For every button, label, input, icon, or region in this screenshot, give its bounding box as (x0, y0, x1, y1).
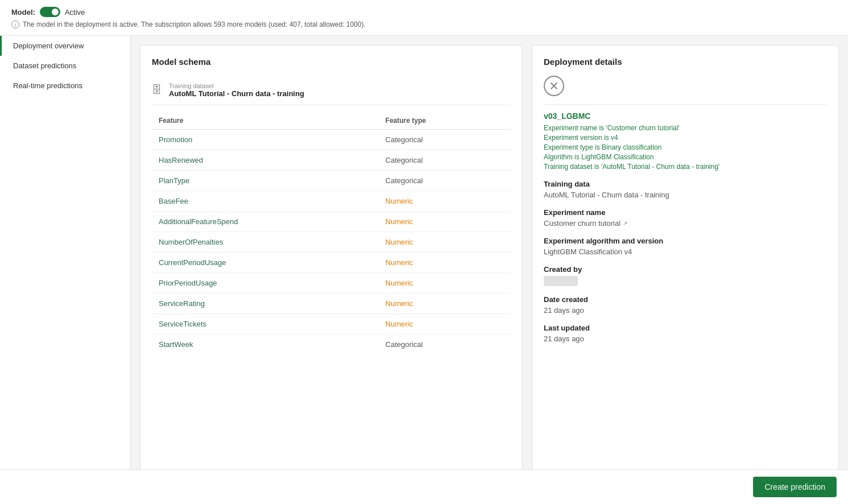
details-card-title: Deployment details (544, 57, 827, 67)
model-toggle[interactable] (40, 7, 60, 17)
feature-name: HasRenewed (152, 150, 379, 171)
detail-info-line: Algorithm is LightGBM Classification (544, 153, 827, 161)
top-bar: Model: Active i The model in the deploym… (0, 0, 848, 36)
detail-section-value: 21 days ago (544, 334, 827, 343)
detail-section-label: Date created (544, 295, 827, 304)
feature-type: Categorical (379, 334, 511, 355)
feature-type: Numeric (379, 232, 511, 253)
external-link-icon: ↗ (623, 220, 627, 226)
footer-bar: Create prediction (0, 469, 848, 494)
sidebar-item-realtime-predictions[interactable]: Real-time predictions (0, 76, 130, 96)
detail-info-line: Training dataset is 'AutoML Tutorial - C… (544, 163, 827, 171)
detail-info-lines: Experiment name is 'Customer churn tutor… (544, 124, 827, 171)
schema-card: Model schema 🗄 Training dataset AutoML T… (140, 45, 523, 485)
feature-name: BaseFee (152, 191, 379, 212)
detail-section-label: Training data (544, 180, 827, 188)
feature-name: PlanType (152, 171, 379, 191)
feature-type: Numeric (379, 314, 511, 334)
feature-name: NumberOfPenalties (152, 232, 379, 253)
feature-name: PriorPeriodUsage (152, 273, 379, 294)
detail-section-value: AutoML Tutorial - Churn data - training (544, 191, 827, 199)
table-row: PromotionCategorical (152, 130, 511, 150)
table-row: PlanTypeCategorical (152, 171, 511, 191)
feature-name: ServiceTickets (152, 314, 379, 334)
detail-section-value: LightGBM Classification v4 (544, 247, 827, 256)
table-row: ServiceTicketsNumeric (152, 314, 511, 334)
detail-info-line: Experiment version is v4 (544, 134, 827, 142)
experiment-name-link[interactable]: Customer churn tutorial ↗ (544, 219, 827, 228)
model-label: Model: (11, 8, 35, 16)
detail-section: Date created21 days ago (544, 295, 827, 315)
col-feature: Feature (152, 112, 379, 130)
table-row: ServiceRatingNumeric (152, 294, 511, 314)
detail-section: Training dataAutoML Tutorial - Churn dat… (544, 180, 827, 199)
detail-section-label: Created by (544, 265, 827, 274)
feature-type: Categorical (379, 171, 511, 191)
feature-type: Categorical (379, 130, 511, 150)
main-layout: Deployment overview Dataset predictions … (0, 36, 848, 494)
training-dataset-section: 🗄 Training dataset AutoML Tutorial - Chu… (152, 76, 511, 105)
model-active-label: Active (65, 8, 85, 16)
model-version: v03_LGBMC (544, 111, 827, 121)
feature-name: Promotion (152, 130, 379, 150)
info-message: The model in the deployment is active. T… (23, 20, 366, 28)
info-icon: i (11, 20, 19, 28)
content-area: Model schema 🗄 Training dataset AutoML T… (131, 36, 848, 494)
schema-card-title: Model schema (152, 57, 511, 67)
detail-sections: Training dataAutoML Tutorial - Churn dat… (544, 180, 827, 343)
feature-type: Numeric (379, 253, 511, 273)
detail-section: Experiment algorithm and versionLightGBM… (544, 237, 827, 256)
cross-icon (544, 76, 564, 96)
schema-table: Feature Feature type PromotionCategorica… (152, 112, 511, 354)
feature-type: Categorical (379, 150, 511, 171)
info-bar: i The model in the deployment is active.… (11, 20, 837, 28)
table-row: HasRenewedCategorical (152, 150, 511, 171)
avatar (544, 276, 578, 286)
col-feature-type: Feature type (379, 112, 511, 130)
model-status-row: Model: Active (11, 7, 837, 17)
detail-info-line: Experiment type is Binary classification (544, 143, 827, 151)
training-dataset-label: Training dataset (169, 82, 304, 89)
detail-section: Created by (544, 265, 827, 286)
detail-section-label: Experiment name (544, 208, 827, 217)
table-row: BaseFeeNumeric (152, 191, 511, 212)
sidebar-item-dataset-predictions[interactable]: Dataset predictions (0, 56, 130, 76)
table-row: CurrentPeriodUsageNumeric (152, 253, 511, 273)
training-dataset-name: AutoML Tutorial - Churn data - training (169, 89, 304, 98)
feature-name: StartWeek (152, 334, 379, 355)
database-icon: 🗄 (152, 84, 162, 96)
details-card: Deployment details v03_LGBMC Experiment … (532, 45, 839, 485)
feature-type: Numeric (379, 191, 511, 212)
sidebar: Deployment overview Dataset predictions … (0, 36, 131, 494)
training-dataset-info: Training dataset AutoML Tutorial - Churn… (169, 82, 304, 98)
feature-name: ServiceRating (152, 294, 379, 314)
create-prediction-button[interactable]: Create prediction (753, 477, 837, 494)
sidebar-item-deployment-overview[interactable]: Deployment overview (0, 36, 130, 56)
table-row: NumberOfPenaltiesNumeric (152, 232, 511, 253)
detail-section: Experiment nameCustomer churn tutorial ↗ (544, 208, 827, 228)
detail-section: Last updated21 days ago (544, 324, 827, 343)
feature-name: CurrentPeriodUsage (152, 253, 379, 273)
table-row: StartWeekCategorical (152, 334, 511, 355)
feature-name: AdditionalFeatureSpend (152, 212, 379, 232)
table-row: AdditionalFeatureSpendNumeric (152, 212, 511, 232)
detail-section-label: Experiment algorithm and version (544, 237, 827, 245)
table-row: PriorPeriodUsageNumeric (152, 273, 511, 294)
feature-type: Numeric (379, 212, 511, 232)
detail-section-value: 21 days ago (544, 306, 827, 315)
feature-type: Numeric (379, 273, 511, 294)
detail-section-label: Last updated (544, 324, 827, 332)
feature-type: Numeric (379, 294, 511, 314)
detail-info-line: Experiment name is 'Customer churn tutor… (544, 124, 827, 132)
